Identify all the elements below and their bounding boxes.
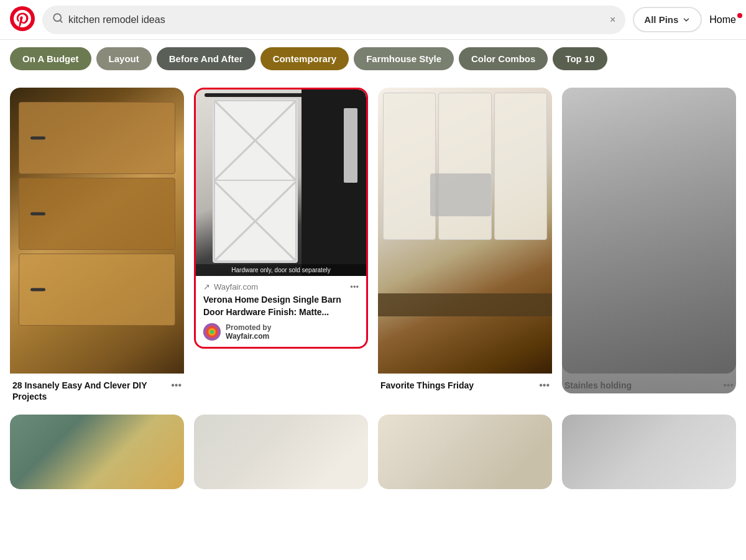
bottom-pin-2[interactable] xyxy=(194,415,368,489)
pin-2-promoted: Promoted by Wayfair.com xyxy=(203,323,359,341)
home-label: Home xyxy=(709,14,736,25)
filter-chip-budget[interactable]: On A Budget xyxy=(10,47,91,70)
pin-card-1[interactable]: 28 Insanely Easy And Clever DIY Projects… xyxy=(10,88,184,405)
pin-2-title: Verona Home Design Single Barn Door Hard… xyxy=(203,294,359,318)
promoted-avatar xyxy=(203,323,221,341)
external-link-icon: ↗ xyxy=(203,282,210,291)
promoted-label: Promoted by xyxy=(226,323,271,332)
filter-chip-color-combos[interactable]: Color Combos xyxy=(459,47,548,70)
pin-2-footer: ↗ Wayfair.com ••• Verona Home Design Sin… xyxy=(196,276,366,347)
svg-line-2 xyxy=(60,20,62,22)
second-row xyxy=(0,415,746,499)
bottom-pin-1[interactable] xyxy=(10,415,184,489)
bottom-pin-4[interactable] xyxy=(562,415,736,489)
filter-bar: On A Budget Layout Before And After Cont… xyxy=(0,40,746,78)
home-nav[interactable]: Home xyxy=(709,14,736,25)
clear-search-icon[interactable]: × xyxy=(610,14,615,25)
pin-card-2-featured[interactable]: Hardware only, door sold separately ↗ Wa… xyxy=(194,88,368,349)
pin-card-4[interactable]: Stainles holding ••• xyxy=(562,88,736,393)
bottom-pin-3[interactable] xyxy=(378,415,552,489)
promoted-by-name: Wayfair.com xyxy=(226,332,271,341)
pin-1-label: 28 Insanely Easy And Clever DIY Projects xyxy=(12,380,166,402)
filter-chip-layout[interactable]: Layout xyxy=(96,47,152,70)
search-icon xyxy=(52,12,63,27)
filter-chip-top10[interactable]: Top 10 xyxy=(553,47,607,70)
home-notification-dot xyxy=(737,13,742,18)
all-pins-button[interactable]: All Pins xyxy=(633,7,702,32)
filter-chip-contemporary[interactable]: Contemporary xyxy=(260,47,349,70)
header: × All Pins Home xyxy=(0,0,746,40)
pin-2-source: ↗ Wayfair.com ••• xyxy=(203,282,359,291)
pinterest-logo[interactable] xyxy=(10,6,35,34)
pin-2-more-button[interactable]: ••• xyxy=(350,282,359,291)
pin-3-more-button[interactable]: ••• xyxy=(539,380,550,391)
pin-card-3[interactable]: Favorite Things Friday ••• xyxy=(378,88,552,393)
search-bar: × xyxy=(42,6,625,34)
pin-3-label: Favorite Things Friday xyxy=(380,380,474,391)
filter-chip-before-after[interactable]: Before And After xyxy=(157,47,256,70)
filter-chip-farmhouse[interactable]: Farmhouse Style xyxy=(354,47,454,70)
pin-grid: 28 Insanely Easy And Clever DIY Projects… xyxy=(0,78,746,415)
svg-point-10 xyxy=(210,330,214,334)
pin-1-more-button[interactable]: ••• xyxy=(171,380,182,391)
pin-2-caption: Hardware only, door sold separately xyxy=(196,264,366,276)
search-input[interactable] xyxy=(68,14,605,25)
